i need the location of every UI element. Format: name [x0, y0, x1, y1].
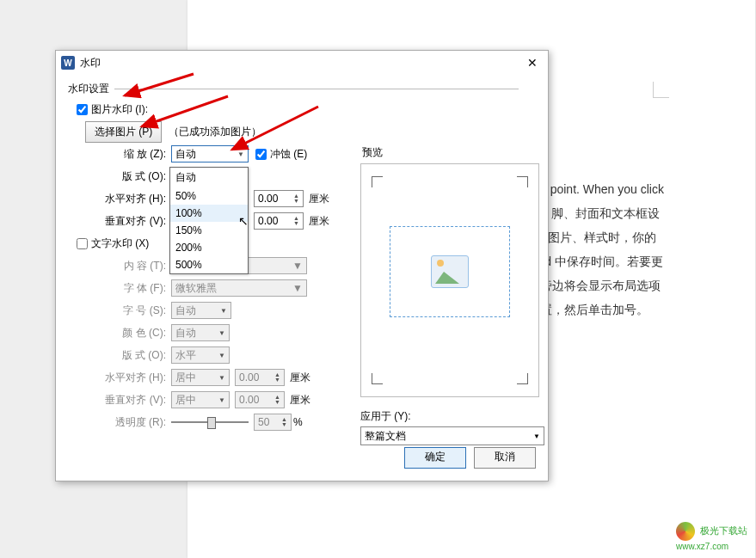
opacity-value: 50 [258, 416, 269, 428]
stepper-arrows-icon: ▲▼ [274, 395, 280, 405]
scale-option-200[interactable]: 200% [170, 239, 248, 256]
cancel-button[interactable]: 取消 [474, 447, 536, 469]
opacity-label: 透明度 (R): [68, 415, 171, 430]
color-label: 颜 色 (C): [68, 326, 171, 340]
layout2-label: 版 式 (O): [68, 348, 171, 363]
valign1-label: 垂直对齐 (V): [68, 214, 171, 229]
halign2-unit: 厘米 [290, 371, 310, 385]
halign2-label: 水平对齐 (H): [68, 371, 171, 385]
scale-dropdown-list: 自动 50% 100% 150% 200% 500% [169, 167, 249, 274]
slider-thumb[interactable] [207, 417, 216, 429]
valign2-unit: 厘米 [290, 393, 310, 408]
valign1-value: 0.00 [258, 215, 278, 227]
halign1-value-field[interactable]: 0.00 ▲▼ [254, 190, 304, 207]
stepper-arrows-icon: ▲▼ [274, 372, 280, 383]
scale-option-50[interactable]: 50% [170, 187, 248, 205]
ok-button[interactable]: 确定 [404, 447, 466, 469]
close-button[interactable]: ✕ [524, 56, 541, 70]
site-name: 极光下载站 [700, 525, 747, 536]
halign2-value-field[interactable]: 0.00 ▲▼ [235, 369, 285, 386]
scale-option-auto[interactable]: 自动 [170, 168, 248, 187]
color-value: 自动 [175, 326, 196, 340]
size-combo[interactable]: 自动 ▼ [171, 302, 231, 319]
valign2-select-value: 居中 [175, 393, 196, 408]
valign2-label: 垂直对齐 (V): [68, 393, 171, 408]
scale-label: 缩 放 (Z): [68, 147, 171, 162]
halign1-label: 水平对齐 (H): [68, 192, 171, 206]
site-url: www.xz7.com [676, 542, 728, 551]
halign2-combo[interactable]: 居中 ▼ [171, 369, 230, 386]
scale-option-100[interactable]: 100% [170, 205, 248, 222]
layout2-value: 水平 [175, 348, 196, 363]
app-icon: W [61, 56, 75, 70]
image-watermark-row: 图片水印 (I): [68, 98, 536, 120]
apply-to-value: 整篇文档 [365, 429, 406, 444]
valign1-value-field[interactable]: 0.00 ▲▼ [254, 212, 304, 230]
size-label: 字 号 (S): [68, 304, 171, 318]
color-combo[interactable]: 自动 ▼ [171, 324, 230, 341]
apply-to-label: 应用于 (Y): [360, 409, 539, 424]
chevron-down-icon: ▼ [215, 396, 225, 404]
scale-value: 自动 [175, 147, 196, 162]
image-watermark-checkbox[interactable] [77, 104, 88, 115]
preview-corner-icon [372, 373, 383, 384]
font-value: 微软雅黑 [175, 281, 217, 296]
page-corner-marker [653, 82, 669, 98]
chevron-down-icon: ▼ [215, 374, 225, 382]
font-label: 字 体 (F): [68, 281, 171, 296]
halign1-value: 0.00 [258, 193, 278, 205]
valign2-combo[interactable]: 居中 ▼ [171, 391, 230, 408]
opacity-value-field[interactable]: 50 ▲▼ [254, 414, 292, 431]
opacity-unit: % [293, 416, 303, 428]
stepper-arrows-icon: ▲▼ [293, 193, 299, 204]
apply-to-row: 应用于 (Y): 整篇文档 ▼ [360, 409, 539, 445]
halign1-unit: 厘米 [309, 192, 329, 206]
preview-corner-icon [372, 176, 383, 187]
preview-label: 预览 [360, 145, 539, 160]
image-watermark-label: 图片水印 (I): [91, 102, 148, 117]
opacity-slider[interactable] [171, 414, 249, 431]
chevron-down-icon: ▼ [292, 260, 303, 272]
content-label: 内 容 (T): [68, 259, 171, 273]
logo-swirl-icon [676, 522, 695, 541]
valign2-value: 0.00 [239, 394, 259, 406]
font-combo[interactable]: 微软雅黑 ▼ [171, 279, 307, 297]
dialog-title: 水印 [80, 56, 101, 71]
image-added-label: （已成功添加图片） [169, 125, 261, 139]
preview-corner-icon [517, 176, 528, 187]
watermark-dialog: W 水印 ✕ 水印设置 图片水印 (I): 选择图片 (P) （已成功添加图片）… [55, 50, 549, 481]
washout-checkbox[interactable] [255, 149, 267, 160]
dialog-titlebar: W 水印 ✕ [56, 51, 548, 75]
chevron-down-icon: ▼ [533, 432, 540, 440]
dialog-buttons: 确定 取消 [399, 447, 536, 469]
scale-combo[interactable]: 自动 ▼ [171, 145, 249, 162]
layout1-label: 版 式 (O): [68, 169, 171, 184]
preview-image-area [390, 226, 510, 317]
scale-option-500[interactable]: 500% [170, 256, 248, 273]
text-watermark-checkbox[interactable] [77, 238, 88, 249]
halign2-select-value: 居中 [175, 371, 196, 385]
chevron-down-icon: ▼ [217, 307, 227, 315]
select-image-row: 选择图片 (P) （已成功添加图片） [68, 120, 536, 143]
image-placeholder-icon [431, 255, 469, 288]
preview-box [360, 163, 539, 397]
apply-to-select[interactable]: 整篇文档 ▼ [360, 426, 544, 445]
washout-label: 冲蚀 (E) [270, 147, 307, 162]
valign2-value-field[interactable]: 0.00 ▲▼ [235, 391, 285, 408]
preview-corner-icon [517, 373, 528, 384]
text-watermark-label: 文字水印 (X) [91, 236, 149, 251]
chevron-down-icon: ▼ [292, 282, 303, 294]
stepper-arrows-icon: ▲▼ [281, 417, 287, 427]
preview-panel: 预览 应用于 (Y): 整篇文档 ▼ [360, 145, 539, 445]
select-image-button[interactable]: 选择图片 (P) [85, 121, 162, 143]
chevron-down-icon: ▼ [234, 150, 244, 158]
chevron-down-icon: ▼ [215, 329, 225, 337]
stepper-arrows-icon: ▲▼ [293, 216, 299, 226]
site-watermark: 极光下载站 www.xz7.com [676, 522, 747, 551]
scale-option-150[interactable]: 150% [170, 222, 248, 239]
layout2-combo[interactable]: 水平 ▼ [171, 346, 230, 364]
size-value: 自动 [175, 304, 196, 318]
chevron-down-icon: ▼ [215, 352, 225, 359]
halign2-value: 0.00 [239, 371, 259, 383]
valign1-unit: 厘米 [309, 214, 329, 229]
